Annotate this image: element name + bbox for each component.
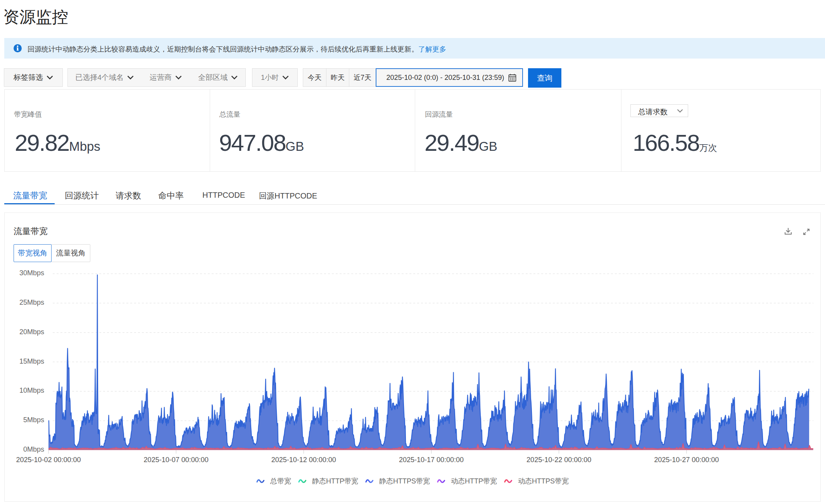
svg-text:15Mbps: 15Mbps bbox=[19, 357, 44, 365]
svg-text:20Mbps: 20Mbps bbox=[19, 328, 44, 336]
svg-text:2025-10-12 00:00:00: 2025-10-12 00:00:00 bbox=[271, 456, 336, 464]
svg-text:2025-10-22 00:00:00: 2025-10-22 00:00:00 bbox=[526, 456, 591, 464]
svg-text:2025-10-07 00:00:00: 2025-10-07 00:00:00 bbox=[144, 456, 209, 464]
svg-text:2025-10-02 00:00:00: 2025-10-02 00:00:00 bbox=[16, 456, 81, 464]
svg-text:5Mbps: 5Mbps bbox=[23, 416, 44, 424]
svg-text:2025-10-27 00:00:00: 2025-10-27 00:00:00 bbox=[654, 456, 719, 464]
svg-text:10Mbps: 10Mbps bbox=[19, 387, 44, 394]
svg-text:30Mbps: 30Mbps bbox=[19, 269, 44, 277]
svg-text:0Mbps: 0Mbps bbox=[23, 445, 44, 453]
svg-text:2025-10-17 00:00:00: 2025-10-17 00:00:00 bbox=[399, 456, 464, 464]
svg-text:25Mbps: 25Mbps bbox=[19, 299, 44, 306]
